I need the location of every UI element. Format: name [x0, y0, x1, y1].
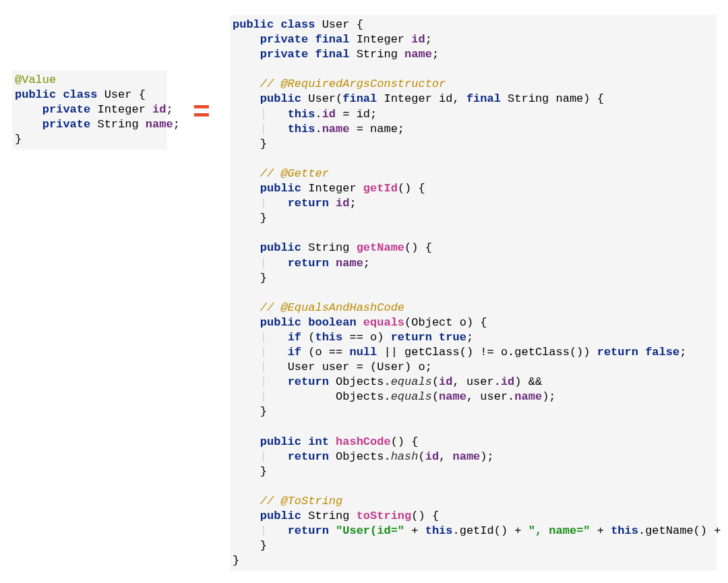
annotation-value: @Value [15, 73, 56, 86]
equals-icon: = [193, 92, 210, 130]
comment-required-args: // @RequiredArgsConstructor [260, 78, 446, 90]
code-right: public class User { private final Intege… [233, 18, 714, 568]
comment-tostring: // @ToString [260, 495, 342, 508]
comment-equals-hashcode: // @EqualsAndHashCode [260, 301, 404, 314]
comment-getter: // @Getter [260, 167, 329, 180]
expanded-code-block: public class User { private final Intege… [230, 15, 717, 571]
lombok-code-block: @Value public class User { private Integ… [12, 70, 167, 150]
code-left: @Value public class User { private Integ… [15, 73, 164, 147]
